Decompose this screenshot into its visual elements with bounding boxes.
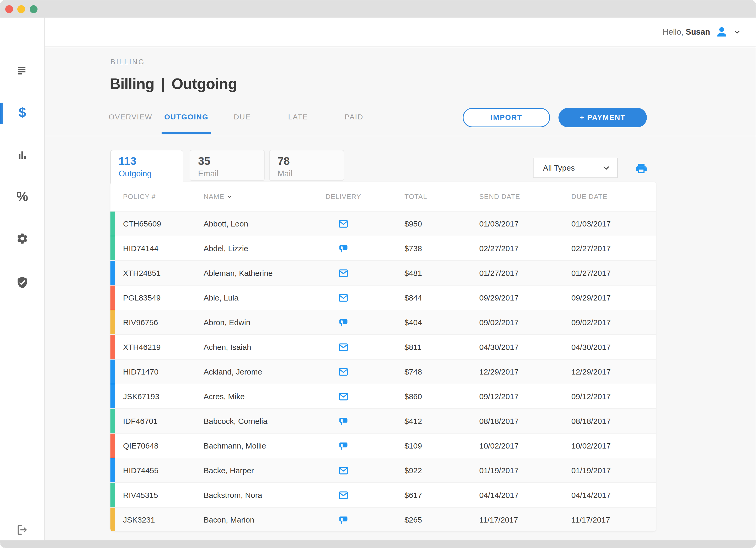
table-row[interactable]: IDF46701 Babcock, Cornelia $412 08/18/20… [110, 408, 656, 433]
tab-late[interactable]: LATE [270, 108, 326, 126]
cell-delivery [328, 236, 359, 261]
row-status-bar [110, 211, 115, 236]
tab-overview[interactable]: OVERVIEW [103, 108, 158, 126]
billing-table: POLICY # NAME DELIVERY TOTAL SEND DATE D… [110, 182, 656, 531]
page-eyebrow: BILLING [110, 58, 145, 66]
bar-chart-icon [16, 149, 29, 161]
user-menu-chevron-icon[interactable] [733, 28, 741, 36]
cell-send-date: 09/02/2017 [479, 310, 519, 335]
cell-due-date: 10/02/2017 [571, 434, 611, 458]
percent-icon: % [17, 190, 28, 203]
sidebar-item-security[interactable] [0, 276, 44, 289]
sidebar-item-settings[interactable] [0, 232, 44, 245]
cell-send-date: 02/27/2017 [479, 236, 519, 261]
summary-card-outgoing[interactable]: 113 Outgoing [110, 150, 183, 183]
card-label: Mail [278, 168, 344, 180]
card-count: 113 [119, 154, 183, 168]
mailbox-icon [338, 514, 349, 525]
cell-policy-number: IDF46701 [123, 409, 158, 434]
row-status-bar [110, 261, 115, 285]
table-row[interactable]: RIV45315 Backstrom, Nora $617 04/14/2017… [110, 482, 656, 507]
table-row[interactable]: RIV96756 Abron, Edwin $404 09/02/2017 09… [110, 310, 656, 334]
user-avatar-icon[interactable] [715, 25, 728, 39]
cell-name: Abdel, Lizzie [204, 236, 248, 261]
card-count: 78 [278, 154, 344, 168]
table-row[interactable]: CTH65609 Abbott, Leon $950 01/03/2017 01… [110, 211, 656, 236]
cell-due-date: 04/30/2017 [571, 335, 611, 360]
cell-due-date: 09/12/2017 [571, 384, 611, 409]
sidebar-item-logout[interactable] [0, 523, 44, 537]
email-icon [338, 342, 349, 353]
cell-total: $748 [404, 360, 422, 384]
maximize-button[interactable] [30, 5, 38, 13]
cell-policy-number: CTH65609 [123, 211, 161, 236]
table-row[interactable]: HID74455 Backe, Harper $922 01/19/2017 0… [110, 458, 656, 482]
minimize-button[interactable] [17, 5, 25, 13]
close-button[interactable] [5, 5, 13, 13]
import-button[interactable]: IMPORT [463, 108, 550, 127]
print-button[interactable] [635, 162, 648, 175]
email-icon [338, 218, 349, 229]
email-icon [338, 293, 349, 304]
card-label: Outgoing [119, 168, 183, 180]
summary-card-mail[interactable]: 78 Mail [269, 150, 344, 181]
cell-delivery [328, 508, 359, 531]
table-header: POLICY # NAME DELIVERY TOTAL SEND DATE D… [110, 182, 656, 211]
cell-send-date: 01/19/2017 [479, 458, 519, 483]
type-filter-value: All Types [543, 163, 602, 172]
summary-card-email[interactable]: 35 Email [190, 150, 265, 181]
greeting-prefix: Hello, [663, 27, 686, 36]
top-bar: Hello, Susan [45, 18, 756, 47]
cell-name: Backe, Harper [204, 458, 254, 483]
row-status-bar [110, 483, 115, 507]
cell-policy-number: QIE70648 [123, 434, 158, 458]
cell-total: $617 [404, 483, 422, 508]
tab-label: OVERVIEW [109, 113, 152, 121]
cell-name: Ableman, Katherine [204, 261, 273, 286]
table-row[interactable]: JSK3231 Bacon, Marion $265 11/17/2017 11… [110, 507, 656, 531]
email-icon [338, 391, 349, 402]
tab-due[interactable]: DUE [214, 108, 270, 126]
column-header-delivery: DELIVERY [322, 182, 364, 211]
mailbox-icon [338, 317, 349, 328]
cell-name: Abbott, Leon [204, 211, 248, 236]
row-status-bar [110, 434, 115, 458]
tab-label: PAID [345, 113, 363, 121]
tab-paid[interactable]: PAID [326, 108, 382, 126]
cell-due-date: 12/29/2017 [571, 360, 611, 384]
sidebar-item-list[interactable] [0, 64, 44, 77]
cell-send-date: 12/29/2017 [479, 360, 519, 384]
table-row[interactable]: XTH46219 Achen, Isaiah $811 04/30/2017 0… [110, 334, 656, 359]
sidebar-item-rates[interactable]: % [0, 190, 44, 203]
cell-send-date: 04/14/2017 [479, 483, 519, 508]
cell-total: $738 [404, 236, 422, 261]
card-count: 35 [198, 154, 264, 168]
column-header-policy: POLICY # [123, 182, 156, 211]
column-header-name[interactable]: NAME [204, 182, 233, 211]
table-row[interactable]: JSK67193 Acres, Mike $860 09/12/2017 09/… [110, 384, 656, 408]
table-row[interactable]: HID71470 Ackland, Jerome $748 12/29/2017… [110, 359, 656, 384]
tab-label: LATE [288, 113, 308, 121]
row-status-bar [110, 335, 115, 359]
table-row[interactable]: XTH24851 Ableman, Katherine $481 01/27/2… [110, 260, 656, 285]
tab-outgoing[interactable]: OUTGOING [158, 108, 214, 126]
cell-name: Bacon, Marion [204, 508, 254, 531]
row-status-bar [110, 409, 115, 433]
table-row[interactable]: QIE70648 Bachmann, Mollie $109 10/02/201… [110, 433, 656, 458]
payment-button[interactable]: + PAYMENT [558, 108, 647, 127]
row-status-bar [110, 384, 115, 408]
cell-delivery [328, 261, 359, 286]
mailbox-icon [338, 416, 349, 427]
cell-policy-number: HID74455 [123, 458, 158, 483]
sidebar-item-billing[interactable]: $ [0, 105, 44, 119]
row-status-bar [110, 310, 115, 334]
list-icon [16, 64, 29, 77]
table-row[interactable]: HID74144 Abdel, Lizzie $738 02/27/2017 0… [110, 236, 656, 260]
window-titlebar [0, 0, 756, 18]
mailbox-icon [338, 440, 349, 451]
type-filter-select[interactable]: All Types [533, 158, 618, 178]
sidebar-item-reports[interactable] [0, 148, 44, 162]
tabs-divider [45, 136, 756, 136]
table-row[interactable]: PGL83549 Able, Lula $844 09/29/2017 09/2… [110, 285, 656, 310]
cell-total: $404 [404, 310, 422, 335]
